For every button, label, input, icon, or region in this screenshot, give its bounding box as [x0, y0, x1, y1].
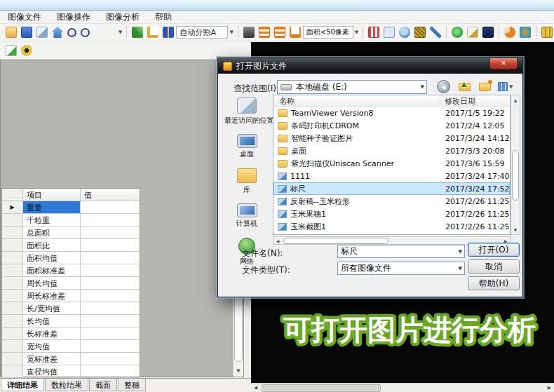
column-name[interactable]: 名称	[273, 95, 440, 106]
merge-lines-icon[interactable]	[259, 27, 270, 38]
open-button[interactable]: 打开(O)	[468, 243, 520, 257]
item-cell[interactable]: 总面积	[23, 227, 81, 238]
tab-whole-ear[interactable]: 整穗	[118, 379, 146, 391]
table-row[interactable]: 面积均值	[2, 252, 140, 264]
close-button[interactable]: ✕	[489, 58, 518, 69]
hand-tool-icon[interactable]	[243, 27, 255, 38]
place-recent[interactable]: 最近访问的位置	[222, 97, 271, 126]
file-row[interactable]: 条码打印机CDROM2017/2/4 12:05	[273, 119, 510, 132]
file-row[interactable]: 11112017/3/24 17:40	[273, 170, 510, 182]
menu-image-operation[interactable]: 图像操作	[49, 11, 98, 24]
zoom-out-icon[interactable]	[81, 28, 90, 37]
value-cell[interactable]	[81, 201, 140, 213]
chevron-down-icon[interactable]: ▼	[459, 249, 462, 255]
cancel-button[interactable]: 取消	[468, 259, 520, 273]
scrollbar-thumb[interactable]	[262, 384, 381, 392]
value-cell[interactable]	[81, 315, 140, 327]
scrollbar-thumb[interactable]	[512, 150, 519, 201]
table-row[interactable]: ▶ 重量	[2, 201, 140, 214]
hatch-fill-icon[interactable]	[414, 27, 426, 38]
item-cell[interactable]: 长/宽均值	[23, 302, 81, 314]
table-row[interactable]: 宽均值	[2, 340, 140, 353]
value-cell[interactable]	[81, 239, 140, 251]
scroll-down-icon[interactable]: ▼	[511, 225, 520, 234]
diagonal-arrow-icon[interactable]	[430, 27, 441, 38]
value-cell[interactable]	[81, 365, 140, 377]
file-row[interactable]: 玉米截图12017/2/26 11:25	[273, 220, 510, 233]
item-cell[interactable]: 宽标准差	[23, 353, 81, 365]
file-name-combobox[interactable]: 标尺 ▼	[337, 245, 465, 258]
value-cell[interactable]	[81, 290, 140, 302]
file-row[interactable]: 桌面2017/3/3 20:08	[273, 144, 510, 157]
home-icon[interactable]	[52, 27, 63, 38]
item-cell[interactable]: 周长标准差	[23, 290, 81, 302]
chevron-down-icon[interactable]: ▼	[459, 266, 462, 271]
scroll-left-icon[interactable]: ◀	[273, 238, 282, 243]
place-computer[interactable]: 计算机	[222, 204, 271, 229]
scroll-down-icon[interactable]: ▼	[234, 366, 243, 377]
scroll-left-icon[interactable]: ◀	[251, 384, 260, 392]
file-row[interactable]: 紫光扫描仪Uniscan Scanner2017/3/6 15:59	[273, 157, 510, 170]
image-view-icon[interactable]	[36, 27, 48, 38]
table-row[interactable]: 周长均值	[2, 277, 140, 290]
scroll-right-icon[interactable]: ▶	[545, 384, 554, 392]
back-button[interactable]: ◀	[437, 80, 450, 93]
views-menu-button[interactable]: ▼	[498, 82, 514, 91]
value-cell[interactable]	[81, 340, 140, 352]
table-row[interactable]: 面积比	[2, 239, 140, 252]
file-row[interactable]: 玉米果穗12017/2/26 11:25	[273, 208, 510, 220]
table-row[interactable]: 宽标准差	[2, 353, 140, 365]
item-cell[interactable]: 重量	[23, 201, 81, 213]
canvas-horizontal-scrollbar[interactable]: ◀ ▶	[251, 383, 554, 392]
grid-icon[interactable]	[368, 27, 379, 38]
table-row[interactable]: 面积标准差	[2, 264, 140, 277]
value-cell[interactable]	[81, 302, 140, 314]
file-list-vertical-scrollbar[interactable]: ▲ ▼	[511, 95, 520, 235]
tab-detailed-results[interactable]: 详细结果	[1, 379, 44, 391]
w-shape-icon[interactable]	[290, 27, 301, 38]
item-cell[interactable]: 直径均值	[23, 365, 81, 377]
threshold-icon[interactable]	[482, 27, 494, 38]
area-filter-combobox[interactable]: 面积<50像素	[303, 26, 353, 39]
open-file-icon[interactable]	[6, 27, 17, 38]
chart-tool-icon[interactable]	[6, 45, 17, 56]
report-icon[interactable]	[541, 27, 553, 38]
auto-split-dropdown-icon[interactable]: ▼	[229, 29, 233, 35]
chevron-down-icon[interactable]: ▼	[421, 84, 424, 90]
save-icon[interactable]	[21, 27, 32, 38]
item-cell[interactable]: 千粒重	[23, 214, 81, 226]
item-cell[interactable]: 长均值	[23, 315, 81, 327]
value-cell[interactable]	[81, 227, 140, 238]
auto-split-combobox[interactable]: 自动分割A	[176, 26, 228, 39]
corner-select-icon[interactable]	[147, 27, 158, 38]
file-row[interactable]: 智能种子验证图片2017/3/24 14:12	[273, 132, 510, 144]
color-burst-icon[interactable]	[520, 27, 531, 38]
toolbar-dropdown-icon[interactable]: ▼	[119, 29, 122, 35]
item-cell[interactable]: 面积比	[23, 239, 81, 251]
value-cell[interactable]	[81, 277, 140, 289]
table-row[interactable]: 周长标准差	[2, 290, 140, 302]
crop-icon[interactable]	[132, 27, 143, 38]
binoculars-icon[interactable]	[163, 27, 174, 38]
help-button[interactable]: 帮助(H)	[468, 276, 520, 290]
item-cell[interactable]: 宽均值	[23, 340, 81, 352]
new-folder-button[interactable]	[479, 83, 491, 91]
scroll-up-icon[interactable]: ▲	[511, 95, 520, 104]
pie-chart-icon[interactable]	[504, 27, 515, 38]
table-row[interactable]: 长均值	[2, 315, 140, 327]
table-row[interactable]: 长标准差	[2, 327, 140, 340]
item-cell[interactable]: 长标准差	[23, 327, 81, 339]
value-cell[interactable]	[81, 327, 140, 339]
menu-image-analysis[interactable]: 图像分析	[98, 11, 147, 24]
file-row[interactable]: 反射稿--玉米粒形2017/2/26 11:25	[273, 195, 510, 208]
area-filter-dropdown-icon[interactable]: ▼	[355, 29, 358, 35]
tab-cross-section[interactable]: 截面	[89, 379, 117, 391]
table-row[interactable]: 长/宽均值	[2, 302, 140, 315]
file-type-combobox[interactable]: 所有图像文件 ▼	[337, 262, 465, 275]
menu-help[interactable]: 帮助	[147, 11, 180, 24]
circle-tool-icon[interactable]	[399, 27, 410, 38]
look-in-combobox[interactable]: 本地磁盘 (E:) ▼	[277, 80, 427, 94]
place-libraries[interactable]: 库	[222, 168, 271, 195]
value-cell[interactable]	[81, 264, 140, 276]
table-row[interactable]: 总面积	[2, 227, 140, 239]
